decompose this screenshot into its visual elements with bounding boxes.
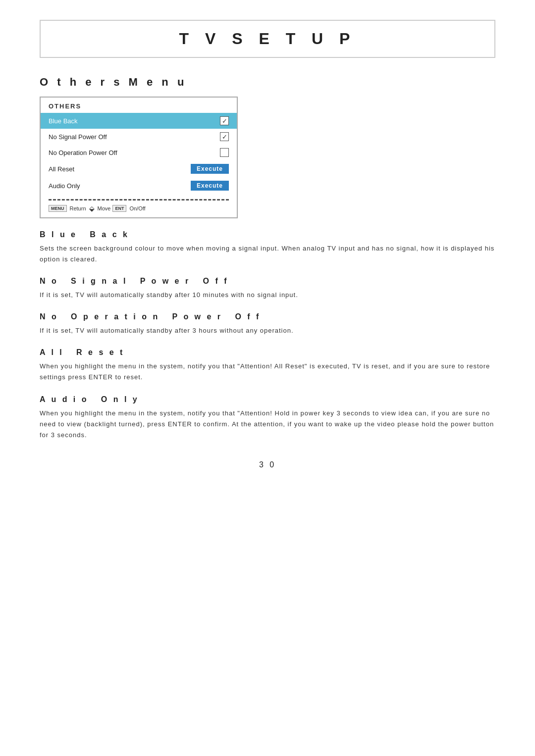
enter-label: On/Off <box>129 205 145 211</box>
enter-key-badge: ENT <box>112 205 126 212</box>
section-title: O t h e r s M e n u <box>40 76 495 89</box>
menu-footer: MENU Return ⬙ Move ENT On/Off <box>41 201 237 212</box>
move-icon: ⬙ <box>89 204 95 212</box>
content-heading-blue-back: B l u e B a c k <box>40 230 495 239</box>
content-heading-audio-only: A u d i o O n l y <box>40 395 495 404</box>
content-section-no-operation: N o O p e r a t i o n P o w e r O f f If… <box>40 312 495 336</box>
content-text-no-operation: If it is set, TV will automatically stan… <box>40 325 495 336</box>
move-label: Move <box>98 205 111 211</box>
menu-key-badge: MENU <box>49 205 67 212</box>
menu-item-label: Blue Back <box>49 117 78 125</box>
menu-item-all-reset[interactable]: All Reset Execute <box>41 160 237 177</box>
page-number: 3 0 <box>40 460 495 469</box>
menu-item-label: Audio Only <box>49 182 80 190</box>
return-label: Return <box>70 205 86 211</box>
content-text-no-signal: If it is set, TV will automatically stan… <box>40 290 495 301</box>
content-text-all-reset: When you highlight the menu in the syste… <box>40 361 495 383</box>
content-section-all-reset: A l l R e s e t When you highlight the m… <box>40 348 495 383</box>
menu-header: OTHERS <box>41 98 237 113</box>
menu-item-no-signal[interactable]: No Signal Power Off <box>41 129 237 145</box>
page-title: T V S E T U P <box>40 20 495 58</box>
content-heading-no-signal: N o S i g n a l P o w e r O f f <box>40 277 495 286</box>
content-text-audio-only: When you highlight the menu in the syste… <box>40 408 495 441</box>
checkbox-empty-icon <box>220 148 229 157</box>
content-section-no-signal: N o S i g n a l P o w e r O f f If it is… <box>40 277 495 301</box>
content-section-blue-back: B l u e B a c k Sets the screen backgrou… <box>40 230 495 265</box>
menu-item-audio-only[interactable]: Audio Only Execute <box>41 177 237 194</box>
content-heading-all-reset: A l l R e s e t <box>40 348 495 357</box>
menu-panel: OTHERS Blue Back No Signal Power Off No … <box>40 97 238 218</box>
content-text-blue-back: Sets the screen background colour to mov… <box>40 243 495 265</box>
checkbox-checked-icon <box>220 132 229 141</box>
checkbox-checked-icon <box>220 116 229 125</box>
content-section-audio-only: A u d i o O n l y When you highlight the… <box>40 395 495 441</box>
execute-button-audio-only[interactable]: Execute <box>191 181 229 191</box>
menu-item-label: All Reset <box>49 165 74 173</box>
menu-item-label: No Signal Power Off <box>49 133 107 141</box>
execute-button-all-reset[interactable]: Execute <box>191 164 229 174</box>
menu-item-no-operation[interactable]: No Operation Power Off <box>41 145 237 160</box>
menu-item-label: No Operation Power Off <box>49 149 117 156</box>
menu-item-blue-back[interactable]: Blue Back <box>41 113 237 129</box>
content-heading-no-operation: N o O p e r a t i o n P o w e r O f f <box>40 312 495 321</box>
